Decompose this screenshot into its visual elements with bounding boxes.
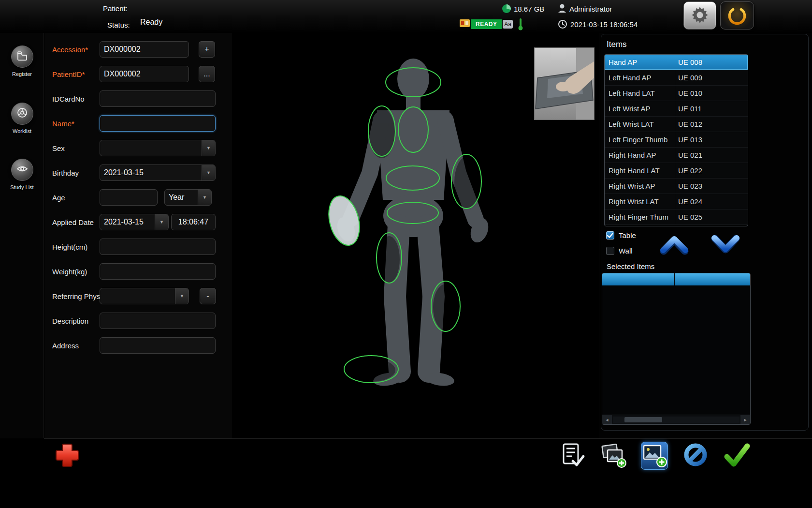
referring-select[interactable]: ▼ (100, 288, 189, 304)
items-list-row[interactable]: Right Wrist LAT UE 024 (605, 194, 748, 209)
applied-date-label: Applied Date (52, 218, 100, 226)
confirm-button[interactable] (723, 442, 750, 470)
idcard-label: IDCardNo (52, 95, 100, 103)
gear-icon (690, 4, 710, 27)
storage-value: 18.67 GB (514, 5, 544, 13)
status-label: Status: (107, 21, 130, 29)
add-image-button-active[interactable] (641, 442, 668, 470)
accession-add-button[interactable]: + (199, 41, 215, 58)
datetime-value: 2021-03-15 18:06:54 (570, 20, 638, 29)
scrollbar-thumb[interactable] (624, 417, 662, 422)
add-images-button[interactable] (600, 442, 627, 470)
referring-value (100, 288, 175, 304)
sidebar-item-register[interactable]: Register (0, 45, 44, 77)
red-cross-add-icon (54, 462, 81, 470)
position-guide-thumbnail[interactable] (534, 47, 594, 120)
applied-date-value: 2021-03-15 (100, 214, 155, 230)
items-list-row[interactable]: Right Finger Thum UE 025 (605, 209, 748, 225)
sidebar-item-worklist[interactable]: Worklist (0, 103, 44, 134)
applied-date-select[interactable]: 2021-03-15 ▼ (100, 214, 169, 230)
table-checkbox[interactable] (606, 231, 614, 239)
referring-label: Referring Phys (52, 292, 100, 300)
patient-id-browse-button[interactable]: ... (199, 66, 215, 82)
age-input[interactable] (100, 189, 158, 206)
checklist-icon (559, 442, 585, 470)
thermometer-icon (518, 18, 523, 32)
power-button[interactable] (720, 1, 754, 30)
item-name: Left Finger Thumb (605, 135, 675, 144)
items-list-row[interactable]: Left Finger Thumb UE 013 (605, 132, 748, 148)
sex-select[interactable]: ▼ (100, 140, 216, 156)
items-title: Items (607, 40, 627, 49)
referring-remove-button[interactable]: - (200, 288, 216, 304)
scroll-left-button[interactable]: ◄ (602, 415, 612, 425)
user-name: Administrator (569, 5, 612, 13)
image-add-icon (641, 442, 667, 470)
items-list-row[interactable]: Left Wrist LAT UE 012 (605, 117, 748, 132)
cancel-button[interactable] (682, 442, 709, 470)
chevron-down-icon[interactable]: ▼ (202, 140, 215, 156)
selected-items-scrollbar[interactable]: ◄ ► (602, 415, 750, 424)
settings-button[interactable] (683, 1, 716, 30)
item-code: UE 021 (675, 148, 748, 163)
bottom-toolbar (44, 438, 812, 508)
ready-status-badge: READY (460, 19, 502, 29)
sidebar-label-worklist: Worklist (0, 128, 44, 134)
weight-input[interactable] (100, 263, 216, 280)
items-list-row[interactable]: Right Wrist AP UE 023 (605, 179, 748, 194)
items-list-row[interactable]: Left Hand LAT UE 010 (605, 86, 748, 101)
accession-input[interactable] (100, 41, 189, 58)
idcard-input[interactable] (100, 90, 216, 107)
item-code: UE 025 (675, 209, 748, 224)
move-down-button[interactable] (710, 233, 741, 255)
move-up-button[interactable] (658, 233, 690, 255)
birthday-select[interactable]: 2021-03-15 ▼ (100, 164, 216, 181)
chevron-down-icon[interactable]: ▼ (175, 288, 188, 304)
patient-form: Accession* + PatientID* ... IDCardNo Nam… (44, 33, 232, 438)
wall-checkbox[interactable] (606, 247, 614, 255)
selected-items-header-col2 (675, 273, 750, 285)
dr-console-window: Patient: Status: Ready 18.67 GB Administ… (0, 0, 812, 508)
items-list-row[interactable]: Left Wrist AP UE 011 (605, 101, 748, 117)
patient-id-input[interactable] (100, 66, 189, 82)
age-unit-select[interactable]: Year ▼ (164, 189, 212, 206)
exam-list-button[interactable] (559, 442, 586, 470)
description-label: Description (52, 317, 100, 325)
scroll-right-button[interactable]: ► (740, 415, 750, 425)
sidebar-item-study-list[interactable]: Study List (0, 159, 44, 190)
item-name: Left Hand AP (605, 74, 675, 82)
scrollbar-track[interactable] (613, 417, 740, 423)
items-list-row[interactable]: Left Hand AP UE 009 (605, 70, 748, 86)
selected-items-list[interactable]: ◄ ► (602, 273, 751, 425)
address-input[interactable] (100, 337, 216, 354)
birthday-value: 2021-03-15 (100, 165, 202, 180)
font-size-badge[interactable]: Aa (503, 20, 513, 29)
photos-add-icon (600, 441, 627, 470)
chevron-down-icon[interactable]: ▼ (202, 165, 215, 180)
nav-sidebar: Register Worklist Study List (0, 33, 44, 438)
items-list-row[interactable]: Right Hand LAT UE 022 (605, 163, 748, 179)
table-checkbox-row[interactable]: Table (606, 231, 636, 239)
chevron-down-icon[interactable]: ▼ (198, 190, 211, 205)
item-name: Right Hand AP (605, 151, 675, 159)
name-input[interactable] (100, 115, 216, 132)
height-label: Height(cm) (52, 243, 100, 251)
items-list-row[interactable]: Hand AP UE 008 (605, 55, 748, 70)
item-code: UE 008 (675, 55, 748, 70)
chevron-down-icon[interactable]: ▼ (155, 214, 168, 230)
item-name: Right Hand LAT (605, 166, 675, 175)
sidebar-label-study-list: Study List (0, 184, 44, 190)
description-input[interactable] (100, 313, 216, 329)
items-list-row[interactable]: Right Hand AP UE 021 (605, 148, 748, 163)
status-value: Ready (140, 18, 162, 27)
items-list[interactable]: Hand AP UE 008 Left Hand AP UE 009 Left … (604, 54, 748, 226)
user-icon (558, 3, 566, 15)
sidebar-label-register: Register (0, 71, 44, 77)
add-patient-button[interactable] (54, 442, 81, 469)
item-name: Left Wrist AP (605, 105, 675, 113)
item-name: Hand AP (605, 58, 675, 66)
selected-items-header-col1 (602, 273, 675, 285)
height-input[interactable] (100, 239, 216, 255)
wall-checkbox-row[interactable]: Wall (606, 247, 633, 255)
name-label: Name* (52, 120, 100, 128)
